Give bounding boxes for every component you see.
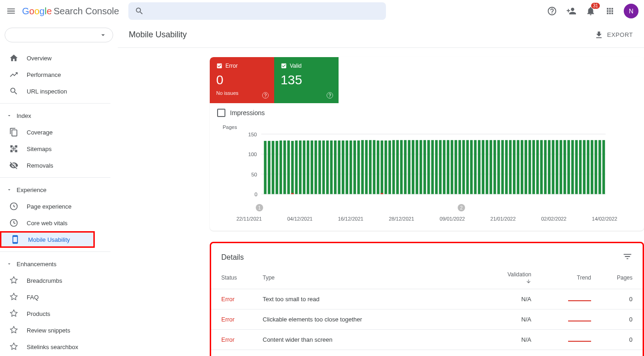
people-icon[interactable] (566, 6, 577, 17)
svg-rect-50 (412, 140, 414, 194)
nav-performance[interactable]: Performance (0, 66, 112, 83)
table-row[interactable]: Valid Mobile-friendly pages N/A 135 (211, 350, 643, 356)
col-pages: Pages (601, 267, 643, 289)
trend-cell (541, 309, 601, 330)
svg-rect-40 (377, 140, 380, 194)
notifications-icon[interactable]: 31 (585, 6, 596, 17)
help-icon[interactable] (546, 6, 558, 17)
filter-icon[interactable] (622, 251, 632, 263)
svg-rect-91 (571, 140, 574, 194)
nav-mobile-usability[interactable]: Mobile Usability (0, 231, 95, 248)
notification-badge: 31 (591, 3, 600, 9)
nav-products[interactable]: Products (0, 305, 112, 322)
svg-rect-18 (291, 193, 294, 194)
svg-rect-25 (318, 140, 321, 194)
svg-rect-98 (598, 140, 601, 194)
svg-rect-27 (326, 140, 329, 194)
type-cell: Mobile-friendly pages (253, 350, 491, 356)
status-cell: Error (211, 289, 253, 309)
svg-rect-47 (400, 140, 403, 194)
svg-rect-64 (466, 140, 469, 194)
svg-rect-26 (322, 140, 325, 194)
pages-cell: 0 (601, 289, 643, 309)
pages-cell: 0 (601, 309, 643, 330)
svg-rect-16 (287, 140, 290, 194)
svg-text:100: 100 (248, 152, 257, 157)
type-cell: Text too small to read (253, 289, 491, 309)
validation-cell: N/A (491, 350, 541, 356)
svg-text:150: 150 (248, 132, 257, 137)
nav-page-experience[interactable]: Page experience (0, 198, 112, 215)
status-cell: Valid (211, 350, 253, 356)
svg-rect-48 (404, 140, 407, 194)
svg-rect-37 (365, 140, 368, 194)
svg-rect-46 (396, 140, 399, 194)
svg-rect-86 (552, 140, 555, 194)
svg-text:0: 0 (254, 192, 257, 197)
avatar[interactable]: N (624, 4, 638, 18)
section-experience[interactable]: Experience (0, 181, 118, 198)
help-icon[interactable]: ? (327, 92, 333, 99)
nav-core-web-vitals[interactable]: Core web vitals (0, 215, 112, 231)
nav-url-inspection[interactable]: URL inspection (0, 83, 112, 99)
svg-rect-79 (524, 140, 527, 194)
svg-rect-36 (361, 140, 364, 194)
svg-rect-32 (345, 140, 348, 194)
nav-overview[interactable]: Overview (0, 50, 112, 66)
nav-faq[interactable]: FAQ (0, 289, 112, 305)
svg-rect-78 (521, 140, 523, 194)
svg-rect-42 (380, 193, 383, 194)
nav-sitelinks[interactable]: Sitelinks searchbox (0, 338, 112, 355)
svg-rect-76 (513, 140, 516, 194)
product-name: Search Console (54, 6, 119, 17)
svg-rect-84 (544, 140, 547, 194)
trend-cell (541, 289, 601, 309)
svg-rect-34 (353, 140, 356, 194)
table-row[interactable]: Error Text too small to read N/A 0 (211, 289, 643, 309)
nav-sitemaps[interactable]: Sitemaps (0, 140, 112, 157)
table-row[interactable]: Error Content wider than screen N/A 0 (211, 330, 643, 350)
svg-rect-68 (482, 140, 484, 194)
svg-rect-19 (295, 140, 298, 194)
svg-rect-71 (494, 140, 496, 194)
svg-rect-93 (579, 140, 582, 194)
svg-rect-66 (474, 140, 477, 194)
property-selector[interactable] (5, 28, 113, 42)
trend-cell (541, 350, 601, 356)
svg-rect-11 (268, 141, 270, 194)
help-icon[interactable]: ? (262, 92, 269, 99)
nav-breadcrumbs[interactable]: Breadcrumbs (0, 272, 112, 289)
impressions-label: Impressions (230, 109, 264, 117)
svg-rect-61 (454, 140, 457, 194)
chart-marker-2[interactable]: 2 (458, 204, 465, 211)
section-enhancements[interactable]: Enhancements (0, 256, 118, 272)
svg-rect-70 (489, 140, 492, 194)
svg-rect-15 (283, 140, 286, 194)
search-input[interactable] (128, 2, 386, 20)
chart-marker-1[interactable]: 1 (256, 204, 263, 211)
table-row[interactable]: Error Clickable elements too close toget… (211, 309, 643, 330)
svg-rect-23 (310, 140, 313, 194)
svg-rect-97 (595, 140, 598, 194)
svg-rect-62 (459, 140, 461, 194)
nav-coverage[interactable]: Coverage (0, 124, 112, 140)
section-index[interactable]: Index (0, 107, 118, 124)
x-axis-labels: 22/11/2021 04/12/2021 16/12/2021 28/12/2… (223, 212, 631, 222)
svg-rect-83 (540, 140, 543, 194)
impressions-checkbox[interactable] (217, 109, 225, 117)
menu-icon[interactable] (6, 6, 17, 17)
export-button[interactable]: EXPORT (594, 30, 633, 40)
chart: 150 100 50 0 (223, 130, 631, 204)
col-validation[interactable]: Validation (491, 267, 541, 289)
apps-icon[interactable] (604, 6, 615, 17)
stat-valid[interactable]: Valid 135 ? (274, 57, 339, 103)
svg-rect-89 (564, 140, 566, 194)
nav-removals[interactable]: Removals (0, 157, 112, 174)
svg-rect-43 (385, 140, 387, 194)
svg-rect-54 (427, 140, 430, 194)
svg-rect-28 (330, 140, 333, 194)
stat-error[interactable]: Error 0 No issues ? (210, 57, 274, 103)
nav-review-snippets[interactable]: Review snippets (0, 322, 112, 338)
svg-rect-41 (380, 140, 383, 194)
svg-rect-73 (501, 140, 504, 194)
